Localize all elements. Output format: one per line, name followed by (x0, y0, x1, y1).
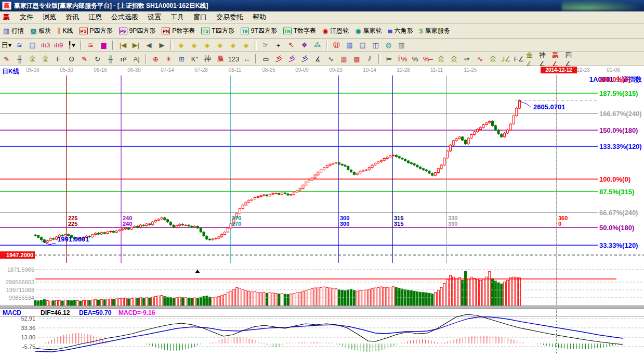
n-square-button[interactable]: n² (117, 54, 129, 65)
percent-line-button[interactable]: %– (422, 54, 434, 65)
nav-last-button[interactable]: ▶| (130, 40, 142, 50)
gold-lines-button[interactable]: 金 (448, 54, 460, 65)
menu-item-2[interactable]: 资讯 (61, 11, 84, 23)
gann-shape-purple-button[interactable]: ❖ (298, 40, 310, 50)
p-number-table-button[interactable]: PNP数字表 (159, 26, 198, 36)
compress-red-button[interactable]: ≋ (85, 40, 97, 50)
width-measure-button[interactable]: ↔ (241, 54, 253, 65)
diamond-expand-button[interactable]: ◈ (240, 40, 252, 50)
angle-j-button[interactable]: J∠ (500, 54, 512, 65)
kline-button[interactable]: ⫼K线 (55, 26, 76, 36)
gold-lines2-button[interactable]: 金 (487, 54, 499, 65)
date-label: 05-16 (26, 67, 40, 73)
spiral-button[interactable]: ʘ (65, 54, 77, 65)
compass-circle-button[interactable]: ↻ (91, 54, 103, 65)
macd-dea-value: DEA=50.70 (79, 309, 111, 316)
red-brush-button[interactable]: ✎ (78, 54, 90, 65)
menu-item-5[interactable]: 设置 (143, 11, 166, 23)
wave-red-button[interactable]: ∿ (474, 54, 486, 65)
diamond-right-button[interactable]: ◈ (188, 40, 200, 50)
hand-tool-button[interactable]: ☞ (259, 40, 271, 50)
t-number-table-button[interactable]: TNT数字表 (280, 26, 319, 36)
percent-t-button[interactable]: T̄% (396, 54, 408, 65)
gold-ruler2-button[interactable]: 金 (40, 54, 51, 65)
gann-wheel-button[interactable]: ◉江恩轮 (319, 26, 352, 36)
grid-circle-button[interactable]: ⊞ (176, 54, 188, 65)
gold-circle-button[interactable]: 金 (435, 54, 447, 65)
ruler-123-button[interactable]: 123 (228, 54, 240, 65)
9t-square-button[interactable]: T99T四方形 (238, 26, 280, 36)
angle-gold-button[interactable]: 金∠ (526, 54, 538, 65)
diamond-hswap-button[interactable]: ◈ (201, 40, 213, 50)
period-day-dropdown[interactable]: 日▾ (1, 40, 12, 50)
menu-item-8[interactable]: 交易委托 (212, 11, 248, 23)
t-square-button[interactable]: TST四方形 (198, 26, 237, 36)
brush-tool-button[interactable]: ✎ (1, 54, 12, 65)
winner-service-button[interactable]: $赢家服务 (416, 26, 453, 36)
text-tool-button[interactable]: A| (130, 54, 142, 65)
rays-square-button[interactable]: 彡 (299, 54, 311, 65)
quotes-button[interactable]: ▦行情 (0, 26, 27, 36)
crosshair-tool-button[interactable]: ＋ (272, 40, 284, 50)
grid-red-button[interactable]: ▦ (338, 54, 350, 65)
parallel-lines-button[interactable]: ⫽ (364, 54, 376, 65)
angle-four-button[interactable]: 四∠ (565, 54, 577, 65)
menu-item-3[interactable]: 江恩 (84, 11, 107, 23)
candle-style-dropdown[interactable]: ╿▾ (65, 40, 77, 50)
scale-ruler-button[interactable]: ⊨ (383, 54, 395, 65)
angle-lines-button[interactable]: ∡ (312, 54, 324, 65)
zigzag-button[interactable]: ∿ (325, 54, 337, 65)
sectors-button[interactable]: ▩板块 (27, 26, 54, 36)
f-ruler-button[interactable]: F (52, 54, 64, 65)
shen-ruler-button[interactable]: 神 (202, 54, 214, 65)
zoom-region-button[interactable]: ≋ (14, 40, 25, 50)
percent-button[interactable]: % (409, 54, 421, 65)
info-panel-button[interactable]: ▤ (27, 40, 38, 50)
winner-wheel-button-icon: ◉ (355, 27, 361, 35)
grid-red2-button[interactable]: ▩ (351, 54, 363, 65)
p-square-button[interactable]: PSP四方形 (76, 26, 116, 36)
pen-black-button[interactable]: ✑ (461, 54, 473, 65)
star-circle-button[interactable]: ✳ (163, 54, 175, 65)
ruler-ticks-button[interactable]: ╫ (14, 54, 25, 65)
diamond-vswap-button[interactable]: ◈ (227, 40, 239, 50)
bars-3-button[interactable]: ılı3 (40, 40, 51, 50)
diamond-left-button[interactable]: ◈ (175, 40, 187, 50)
computer-button[interactable]: ▥ (396, 40, 408, 50)
bars-9-button[interactable]: ılı9 (52, 40, 64, 50)
notes-button[interactable]: ▤ (357, 40, 369, 50)
target-tool-button[interactable]: ⊕ (150, 54, 162, 65)
winner-wheel-button[interactable]: ◉赢家轮 (352, 26, 385, 36)
frame-box-button[interactable]: ▭ (260, 54, 272, 65)
calendar-21-button[interactable]: ㉑ (331, 40, 343, 50)
macd-header: MACD DIF=46.12 DEA=50.70 MACD=-9.16 (0, 309, 644, 316)
select-pointer-button[interactable]: ↖ (285, 40, 297, 50)
menu-item-6[interactable]: 工具 (166, 11, 189, 23)
angle-win-button[interactable]: 赢∠ (552, 54, 564, 65)
color-volume-button[interactable]: ▆ (98, 40, 110, 50)
gann-level-label: 187.5%(315) (599, 90, 638, 97)
angle-f-button[interactable]: F∠ (513, 54, 525, 65)
nav-next-button[interactable]: ▶ (156, 40, 168, 50)
nav-prev-button[interactable]: ◀ (143, 40, 155, 50)
menu-item-9[interactable]: 帮助 (248, 11, 271, 23)
9p-square-button[interactable]: P99P四方形 (116, 26, 159, 36)
hexagon-button[interactable]: ◙六角形 (385, 26, 416, 36)
calculator-button[interactable]: ▦ (344, 40, 356, 50)
angle-shen-button[interactable]: 神∠ (539, 54, 551, 65)
nav-first-button[interactable]: |◀ (117, 40, 129, 50)
win-red-button[interactable]: 赢 (215, 54, 227, 65)
web-export-button[interactable]: ◍ (383, 40, 395, 50)
diamond-cross-button[interactable]: ◈ (214, 40, 226, 50)
k-quote-button[interactable]: K″ (189, 54, 201, 65)
gold-ruler1-button[interactable]: 金 (27, 54, 38, 65)
save-button[interactable]: ◫ (370, 40, 382, 50)
menu-item-4[interactable]: 公式选股 (107, 11, 143, 23)
plain-ruler-button[interactable]: ╫ (104, 54, 116, 65)
menu-item-7[interactable]: 窗口 (189, 11, 212, 23)
rays-red-button[interactable]: 彡 (273, 54, 285, 65)
rays-box-button[interactable]: 彡 (286, 54, 298, 65)
menu-item-0[interactable]: 文件 (15, 11, 38, 23)
menu-item-1[interactable]: 浏览 (38, 11, 61, 23)
gann-shape-teal-button[interactable]: ⁂ (311, 40, 323, 50)
